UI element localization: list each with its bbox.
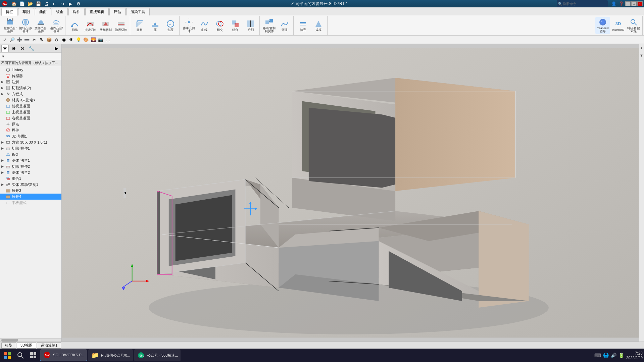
btn-curve[interactable]: 曲线: [197, 17, 212, 34]
tab-direct-edit[interactable]: 直接编辑: [85, 8, 109, 15]
restore-btn[interactable]: □: [631, 1, 637, 6]
start-btn[interactable]: [1, 349, 13, 361]
btn-extrude-boss[interactable]: 拉伸凸台/基体: [3, 17, 17, 34]
tab-3dview[interactable]: 3D视图: [17, 342, 36, 349]
cmd-search-input[interactable]: [563, 1, 606, 6]
panel-more-btn[interactable]: ▶: [53, 45, 60, 52]
options-btn[interactable]: ⚙: [75, 0, 82, 7]
panel-tab-display[interactable]: 🔧: [28, 45, 35, 52]
btn-split[interactable]: 分割: [243, 17, 258, 34]
lighting-btn[interactable]: 💡: [75, 37, 82, 43]
tray-icon-network[interactable]: 🌐: [603, 353, 609, 358]
tab-render[interactable]: 渲染工具: [126, 8, 150, 15]
tab-model[interactable]: 模型: [1, 342, 16, 349]
zoom-extent-btn[interactable]: ⤢: [1, 37, 8, 43]
tree-item-flange2[interactable]: ▶ 基体-法兰2: [0, 169, 61, 175]
tree-item-origin[interactable]: 原点: [0, 121, 61, 127]
tree-item-flat-pattern[interactable]: 平板型式: [0, 200, 61, 206]
btn-flatten[interactable]: 抽壳: [296, 17, 310, 34]
viewport[interactable]: ◀: [62, 44, 639, 342]
redo-btn[interactable]: ↪: [59, 0, 66, 7]
tree-item-sensor[interactable]: 传感器: [0, 73, 61, 79]
tab-sketch[interactable]: 草图: [18, 8, 34, 15]
btn-intersect[interactable]: 相交: [212, 17, 227, 34]
tab-weldment[interactable]: 焊件: [68, 8, 85, 15]
minimize-btn[interactable]: —: [625, 1, 631, 6]
tree-item-combine1[interactable]: 组合1: [0, 175, 61, 182]
btn-draft[interactable]: 拔模: [311, 17, 326, 34]
h-scroll[interactable]: [0, 338, 61, 342]
right-side-btn-1[interactable]: ▲: [639, 45, 644, 51]
camera-btn[interactable]: 📷: [97, 37, 104, 43]
tab-motion[interactable]: 运动算例1: [37, 342, 61, 349]
btn-loft-cut[interactable]: 放样切制: [98, 17, 113, 34]
zoom-out-btn[interactable]: ➖: [23, 37, 30, 43]
btn-combine[interactable]: 组合: [228, 17, 243, 34]
tree-item-weldment[interactable]: 焊件: [0, 127, 61, 133]
close-btn[interactable]: ×: [637, 1, 643, 6]
more-view-btn[interactable]: …: [105, 37, 111, 43]
save-btn[interactable]: 💾: [35, 0, 42, 7]
tree-item-cutlist[interactable]: ▶ 切割清单(2): [0, 85, 61, 91]
search-taskbar-btn[interactable]: [15, 349, 26, 361]
undo-btn[interactable]: ↩: [51, 0, 58, 7]
btn-realview[interactable]: RealView 图形: [595, 17, 610, 34]
view-orient-btn[interactable]: 📦: [46, 37, 52, 43]
tree-item-unfold3[interactable]: 展开3: [0, 188, 61, 194]
display-style-btn[interactable]: ◉: [60, 37, 67, 43]
tree-item-flange1[interactable]: ▶ 基体-法兰1: [0, 157, 61, 163]
tab-surface[interactable]: 曲面: [35, 8, 51, 15]
tree-item-move-copy[interactable]: ▶ 实体-移动/复制1: [0, 182, 61, 188]
rotate-btn[interactable]: ↻: [38, 37, 45, 43]
new-btn[interactable]: 📄: [19, 0, 26, 7]
home-btn[interactable]: 🏠: [11, 0, 17, 7]
btn-rib[interactable]: 筋: [148, 17, 162, 34]
panel-tab-config[interactable]: ⊙: [19, 45, 26, 52]
scene-btn[interactable]: 🌄: [90, 37, 97, 43]
print-btn[interactable]: 🖨: [43, 0, 50, 7]
btn-fillet[interactable]: 圆角: [132, 17, 147, 34]
zoom-in-btn[interactable]: ➕: [16, 37, 23, 43]
rebuild-btn[interactable]: ▶: [67, 0, 74, 7]
btn-boundary-cut[interactable]: 边界切除: [114, 17, 129, 34]
tree-item-history[interactable]: History: [0, 67, 61, 73]
tray-icon-volume[interactable]: 🔊: [611, 353, 616, 358]
tree-item-rect-tube[interactable]: ▶ 方管 30 X 30 X 1.0(1): [0, 139, 61, 145]
tab-sheetmetal[interactable]: 钣金: [52, 8, 68, 15]
tree-item-equations[interactable]: ▶ fx 方程式: [0, 91, 61, 97]
open-btn[interactable]: 📂: [27, 0, 34, 7]
btn-boundary[interactable]: 边界凸台/基体: [49, 17, 64, 34]
section-view-btn[interactable]: ⊙: [53, 37, 60, 43]
btn-loft[interactable]: 放样凸台/基体: [34, 17, 48, 34]
taskview-btn[interactable]: [28, 349, 39, 361]
tree-item-right-plane[interactable]: 右视基准面: [0, 115, 61, 121]
tree-item-front-plane[interactable]: 前视基准面: [0, 103, 61, 109]
tree-item-top-plane[interactable]: 上视基准面: [0, 109, 61, 115]
btn-deform[interactable]: 弯曲: [277, 17, 292, 34]
help-btn[interactable]: ❓: [618, 0, 625, 7]
tab-evaluate[interactable]: 评估: [109, 8, 126, 15]
tray-icon-keyboard[interactable]: ⌨: [594, 353, 601, 358]
panel-expand-btn[interactable]: ◀: [123, 188, 126, 198]
appearance-btn[interactable]: 🎨: [83, 37, 89, 43]
tree-item-cut-extrude1[interactable]: ▶ 切除-拉伸1: [0, 145, 61, 151]
btn-instant3d[interactable]: 3D Instant3D: [611, 17, 626, 34]
tree-item-cut-extrude2[interactable]: ▶ 切除-拉伸2: [0, 163, 61, 169]
btn-ref-geometry[interactable]: 参考几何体: [182, 17, 196, 34]
btn-sweep-cut[interactable]: 扫描切除: [83, 17, 98, 34]
tree-item-unfold4[interactable]: 展开4: [0, 194, 61, 200]
btn-search-features[interactable]: 特征名 搜索先: [626, 17, 641, 34]
panel-tab-property[interactable]: ⊕: [10, 45, 17, 52]
btn-move-copy[interactable]: 移动/复制 制实体: [262, 17, 277, 34]
tree-item-material[interactable]: 材质 <未指定>: [0, 97, 61, 103]
hide-show-btn[interactable]: 👁: [68, 37, 75, 43]
taskbar-sw-app[interactable]: SW SOLIDWORKS P...: [40, 349, 87, 361]
btn-wrap[interactable]: A 包覆: [163, 17, 178, 34]
panel-tab-feature[interactable]: ✱: [1, 45, 9, 52]
tray-icon-battery[interactable]: 🔋: [618, 353, 624, 358]
tab-features[interactable]: 特征: [1, 8, 17, 16]
taskbar-explorer-app[interactable]: 📁 H:\微信公众号\0...: [88, 349, 133, 361]
tree-area[interactable]: History 传感器 ▶: [0, 66, 61, 338]
user-btn[interactable]: 👤: [610, 0, 617, 7]
btn-sweep[interactable]: 扫描: [67, 17, 82, 34]
